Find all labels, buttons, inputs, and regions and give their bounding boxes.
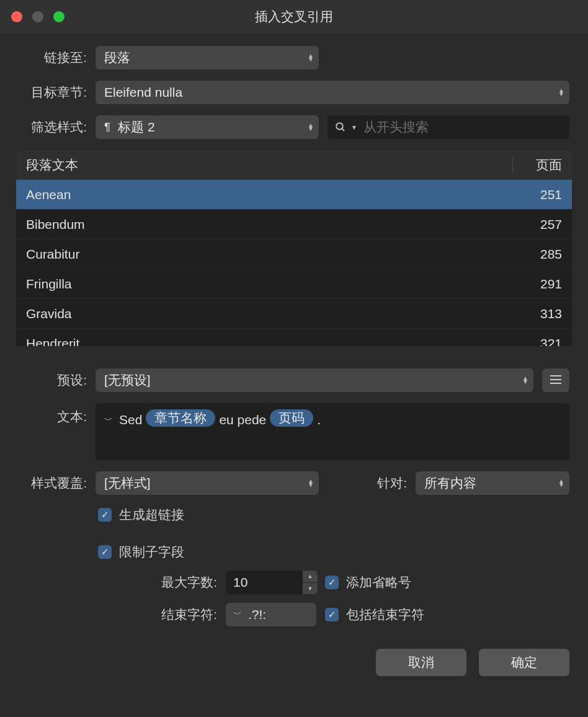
cell-page: 285	[519, 247, 562, 262]
chevron-down-icon[interactable]: ﹀	[233, 609, 242, 620]
add-ellipsis-label: 添加省略号	[346, 574, 411, 591]
cell-page: 257	[519, 217, 562, 232]
label-text: 文本:	[19, 403, 87, 425]
table-row[interactable]: Aenean251	[16, 180, 572, 210]
label-end-chars: 结束字符:	[19, 606, 217, 623]
table-body: Aenean251Bibendum257Curabitur285Fringill…	[16, 180, 572, 346]
filter-style-value: 标题 2	[118, 118, 155, 136]
chevron-up-down-icon: ▲▼	[558, 479, 564, 487]
style-override-value: [无样式]	[104, 474, 151, 492]
table-header: 段落文本 页面	[16, 150, 572, 180]
col-header-text[interactable]: 段落文本	[26, 156, 512, 174]
label-style-override: 样式覆盖:	[19, 474, 87, 492]
include-end-chars-option[interactable]: ✓ 包括结束字符	[325, 606, 424, 623]
max-chars-input[interactable]: 10 ▲ ▼	[226, 571, 316, 594]
token-chapter-name[interactable]: 章节名称	[146, 409, 215, 427]
label-filter-style: 筛选样式:	[19, 118, 87, 136]
generate-hyperlink-label: 生成超链接	[119, 506, 184, 523]
hamburger-icon	[550, 373, 562, 388]
table-row[interactable]: Gravida313	[16, 299, 572, 329]
cell-page: 321	[519, 336, 562, 347]
link-to-value: 段落	[104, 49, 130, 66]
titlebar: 插入交叉引用	[0, 0, 588, 33]
preset-value: [无预设]	[104, 372, 151, 389]
preset-menu-button[interactable]	[542, 368, 569, 392]
table-row[interactable]: Curabitur285	[16, 239, 572, 269]
window-controls	[11, 11, 65, 22]
chevron-up-down-icon: ▲▼	[308, 123, 314, 131]
label-max-chars: 最大字数:	[19, 574, 217, 591]
include-end-chars-label: 包括结束字符	[346, 606, 424, 623]
text-part-suffix: .	[317, 409, 321, 430]
search-field[interactable]: ▼	[327, 115, 569, 139]
cell-text: Hendrerit	[26, 336, 519, 347]
label-preset: 预设:	[19, 372, 87, 389]
limit-substring-option[interactable]: ✓ 限制子字段	[98, 543, 569, 561]
style-override-select[interactable]: [无样式] ▲▼	[96, 471, 319, 495]
table-row[interactable]: Fringilla291	[16, 269, 572, 299]
label-link-to: 链接至:	[19, 49, 87, 66]
filter-style-select[interactable]: ¶ 标题 2 ▲▼	[96, 115, 319, 139]
for-select[interactable]: 所有内容 ▲▼	[416, 471, 569, 495]
chevron-down-icon[interactable]: ▼	[303, 583, 318, 595]
table-row[interactable]: Hendrerit321	[16, 329, 572, 346]
label-for: 针对:	[351, 474, 407, 492]
chevron-up-down-icon: ▲▼	[308, 479, 314, 487]
link-to-select[interactable]: 段落 ▲▼	[96, 46, 319, 69]
minimize-icon	[32, 11, 43, 22]
cell-text: Bibendum	[26, 217, 519, 232]
search-icon	[335, 122, 346, 133]
cell-text: Aenean	[26, 187, 519, 202]
close-icon[interactable]	[11, 11, 22, 22]
cancel-button[interactable]: 取消	[376, 649, 466, 676]
chevron-up-down-icon: ▲▼	[308, 54, 314, 61]
chevron-up-icon[interactable]: ▲	[303, 571, 318, 583]
checkbox-checked-icon[interactable]: ✓	[325, 608, 339, 621]
max-chars-value: 10	[233, 575, 247, 590]
maximize-icon[interactable]	[53, 11, 65, 22]
chevron-down-icon[interactable]: ﹀	[104, 409, 113, 430]
text-part-mid: eu pede	[219, 409, 266, 430]
cancel-label: 取消	[408, 654, 434, 671]
chevron-down-icon: ▼	[351, 124, 357, 131]
chevron-up-down-icon: ▲▼	[522, 376, 528, 384]
window-title: 插入交叉引用	[255, 8, 333, 25]
text-part-prefix: Sed	[119, 409, 142, 430]
limit-substring-label: 限制子字段	[119, 543, 184, 561]
for-value: 所有内容	[424, 474, 476, 492]
checkbox-checked-icon[interactable]: ✓	[325, 576, 339, 589]
checkbox-checked-icon[interactable]: ✓	[98, 508, 112, 522]
target-chapter-value: Eleifend nulla	[104, 85, 182, 100]
col-header-page[interactable]: 页面	[512, 156, 562, 174]
svg-point-0	[336, 123, 343, 130]
ok-label: 确定	[511, 654, 537, 671]
preset-select[interactable]: [无预设] ▲▼	[96, 368, 533, 392]
number-stepper[interactable]: ▲ ▼	[303, 571, 318, 594]
token-page-number[interactable]: 页码	[270, 409, 313, 427]
end-chars-input[interactable]: ﹀ .?!:	[226, 603, 316, 626]
cell-page: 251	[519, 187, 562, 202]
cell-page: 313	[519, 306, 562, 321]
search-input[interactable]	[363, 120, 562, 135]
cell-page: 291	[519, 277, 562, 292]
results-table: 段落文本 页面 Aenean251Bibendum257Curabitur285…	[16, 150, 572, 346]
cell-text: Curabitur	[26, 247, 519, 262]
table-row[interactable]: Bibendum257	[16, 210, 572, 239]
checkbox-checked-icon[interactable]: ✓	[98, 545, 112, 559]
end-chars-value: .?!:	[248, 607, 266, 622]
ok-button[interactable]: 确定	[479, 649, 569, 676]
cell-text: Gravida	[26, 306, 519, 321]
text-template-field[interactable]: ﹀ Sed 章节名称 eu pede 页码 .	[96, 403, 569, 460]
svg-line-1	[342, 128, 344, 131]
add-ellipsis-option[interactable]: ✓ 添加省略号	[325, 574, 411, 591]
label-target-chapter: 目标章节:	[19, 84, 87, 101]
target-chapter-select[interactable]: Eleifend nulla ▲▼	[96, 81, 569, 104]
generate-hyperlink-option[interactable]: ✓ 生成超链接	[98, 506, 569, 523]
pilcrow-icon: ¶	[104, 120, 110, 134]
cell-text: Fringilla	[26, 277, 519, 292]
chevron-up-down-icon: ▲▼	[558, 89, 564, 96]
